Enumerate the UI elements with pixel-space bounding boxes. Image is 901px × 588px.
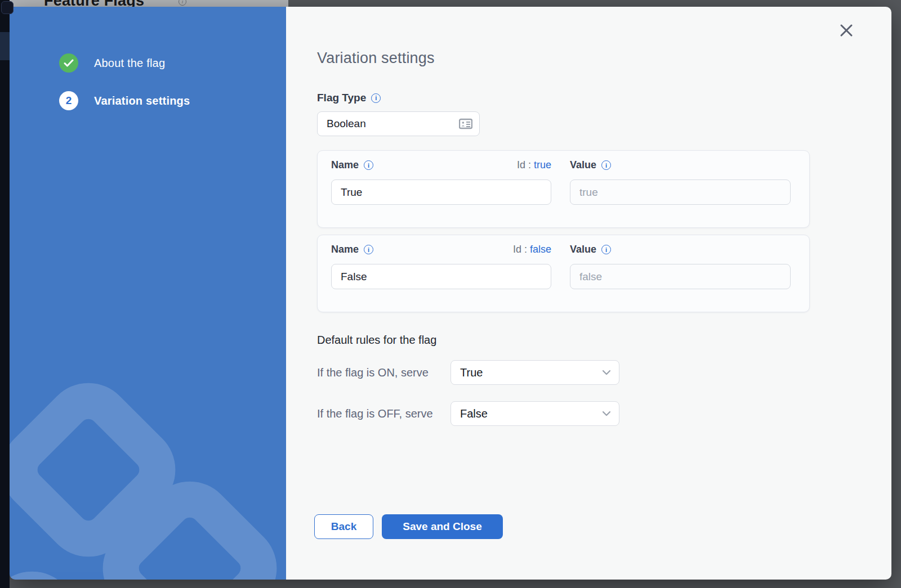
variation-name-input[interactable] xyxy=(331,179,551,205)
off-serve-label: If the flag is OFF, serve xyxy=(317,407,450,420)
background-page-title: Feature Flags xyxy=(44,0,144,7)
info-icon[interactable] xyxy=(601,245,611,254)
id-value-link[interactable]: false xyxy=(530,244,551,255)
info-icon[interactable] xyxy=(364,245,373,254)
on-serve-value: True xyxy=(460,366,602,379)
background-nav-rail xyxy=(0,0,10,588)
check-icon xyxy=(64,59,74,67)
background-page-header: Feature Flags xyxy=(10,0,288,7)
info-icon xyxy=(179,0,186,6)
id-label: Id : xyxy=(513,244,527,255)
chevron-down-icon xyxy=(602,370,611,375)
off-serve-select[interactable]: False xyxy=(450,401,619,426)
nav-selected-item xyxy=(0,32,10,60)
nav-logo xyxy=(1,1,14,14)
id-value-link[interactable]: true xyxy=(534,159,551,171)
variation-card-true: Name Id : true Value xyxy=(317,150,810,228)
variation-name-input[interactable] xyxy=(331,264,551,289)
name-label: Name xyxy=(331,244,359,255)
panel-title: Variation settings xyxy=(317,50,891,67)
step-label: About the flag xyxy=(94,57,165,70)
flag-type-label: Flag Type xyxy=(317,92,366,104)
name-label: Name xyxy=(331,159,359,171)
save-and-close-button[interactable]: Save and Close xyxy=(382,514,503,539)
back-button[interactable]: Back xyxy=(314,514,373,539)
off-serve-value: False xyxy=(460,407,602,420)
variation-settings-panel: Variation settings Flag Type Boolean Nam… xyxy=(286,7,891,580)
step-variation-settings[interactable]: 2 Variation settings xyxy=(59,91,190,110)
info-icon[interactable] xyxy=(371,93,381,103)
value-label: Value xyxy=(570,159,596,171)
step-label: Variation settings xyxy=(94,95,190,107)
id-label: Id : xyxy=(517,159,531,171)
on-serve-select[interactable]: True xyxy=(450,360,619,385)
step-complete-badge xyxy=(59,53,78,73)
chevron-down-icon xyxy=(602,411,611,416)
flag-type-select[interactable]: Boolean xyxy=(317,111,480,136)
flag-wizard-modal: About the flag 2 Variation settings Vari… xyxy=(10,7,891,580)
variation-value-input[interactable] xyxy=(570,179,791,205)
variation-card-false: Name Id : false Value xyxy=(317,235,810,312)
brand-watermark-icon xyxy=(10,343,286,580)
flag-type-value: Boolean xyxy=(327,118,459,130)
value-label: Value xyxy=(570,244,596,255)
info-icon[interactable] xyxy=(601,160,611,170)
step-number-badge: 2 xyxy=(59,91,78,110)
close-icon[interactable] xyxy=(838,23,854,38)
contact-card-icon xyxy=(459,118,472,129)
default-rules-title: Default rules for the flag xyxy=(317,334,891,347)
variation-value-input[interactable] xyxy=(570,264,791,289)
step-about-the-flag[interactable]: About the flag xyxy=(59,53,165,73)
info-icon[interactable] xyxy=(364,160,373,170)
on-serve-label: If the flag is ON, serve xyxy=(317,366,450,379)
wizard-steps-panel: About the flag 2 Variation settings xyxy=(10,7,286,580)
